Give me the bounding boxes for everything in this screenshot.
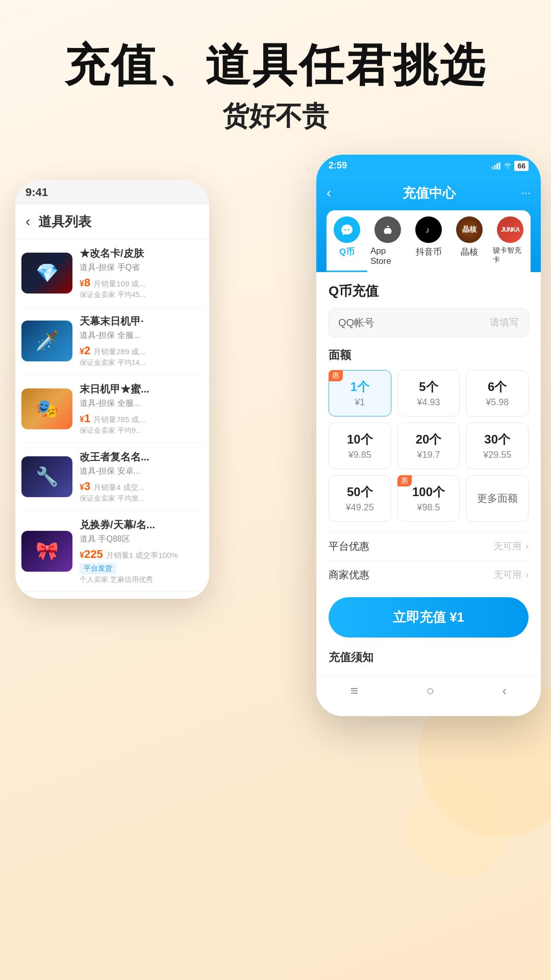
section-title: Q币充值 (329, 282, 529, 300)
app-content: Q币充值 QQ帐号 请填写 面额 惠 1个 ¥1 (316, 272, 541, 675)
denom-item-50[interactable]: 50个 ¥49.25 (329, 475, 391, 522)
main-subtitle: 货好不贵 (0, 99, 551, 134)
status-time: 2:59 (329, 160, 347, 171)
denom-price: ¥4.93 (403, 397, 455, 408)
denom-price: ¥5.98 (471, 397, 523, 408)
tab-appstore[interactable]: App Store (367, 210, 408, 272)
denom-count: 6个 (471, 379, 523, 395)
phone-left: 9:41 ‹ 道具列表 💎 ★改名卡/皮肤 道具-担保 手Q省 ¥8 月销量10… (15, 180, 209, 599)
denom-count: 100个 (403, 484, 455, 500)
app-container: ‹ 充值中心 ··· (316, 177, 541, 716)
junka-icon: JUNKA (497, 216, 523, 243)
status-bar: 2:59 66 (316, 155, 541, 177)
svg-rect-3 (499, 162, 500, 169)
left-phone-title: 道具列表 (38, 213, 91, 231)
nav-back-icon[interactable]: ‹ (503, 683, 507, 699)
qq-account-label: QQ帐号 (338, 316, 490, 330)
item-image: 🔧 (21, 456, 72, 497)
platform-discount-row[interactable]: 平台优惠 无可用 › (329, 532, 529, 560)
svg-point-6 (348, 229, 349, 230)
left-phone-status: 9:41 (15, 180, 209, 205)
denom-price: ¥29.55 (471, 450, 523, 460)
denom-item-100[interactable]: 惠 100个 ¥98.5 (397, 475, 460, 522)
svg-point-5 (345, 229, 346, 230)
tab-jinghe-label: 晶核 (461, 246, 478, 258)
denom-item-1[interactable]: 惠 1个 ¥1 (329, 370, 391, 416)
header-section: 充值、道具任君挑选 货好不贵 (0, 0, 551, 155)
platform-discount-value: 无可用 (494, 540, 521, 552)
qq-icon (334, 216, 360, 243)
denom-item-20[interactable]: 20个 ¥19.7 (397, 423, 460, 469)
tab-qbi[interactable]: Q币 (327, 210, 367, 272)
apple-icon (374, 216, 401, 243)
qq-account-placeholder: 请填写 (490, 316, 519, 329)
list-item[interactable]: 🎀 兑换券/天幕/名... 道具 手Q88区 ¥225 月销量1 成交率100%… (21, 511, 203, 592)
tab-junka-label: 骏卡智充卡 (493, 246, 528, 264)
denom-count: 10个 (334, 431, 386, 448)
denom-item-30[interactable]: 30个 ¥29.55 (466, 423, 529, 469)
tab-junka[interactable]: JUNKA 骏卡智充卡 (490, 210, 531, 272)
buy-button[interactable]: 立即充值 ¥1 (329, 597, 529, 638)
app-back-button[interactable]: ‹ (327, 185, 331, 201)
nav-home-icon[interactable]: ○ (426, 683, 434, 699)
item-image: 🎀 (21, 531, 72, 572)
svg-rect-0 (492, 166, 493, 169)
nav-menu-icon[interactable]: ≡ (350, 683, 358, 699)
svg-text:♪: ♪ (425, 226, 430, 234)
battery-indicator: 66 (514, 161, 529, 171)
tiktok-icon: ♪ (415, 216, 442, 243)
denom-price: ¥49.25 (334, 502, 386, 513)
chevron-right-icon: › (525, 570, 529, 580)
item-list: 💎 ★改名卡/皮肤 道具-担保 手Q省 ¥8 月销量109 成... 保证金卖家… (15, 239, 209, 592)
wifi-icon (503, 162, 512, 169)
list-item[interactable]: 💎 ★改名卡/皮肤 道具-担保 手Q省 ¥8 月销量109 成... 保证金卖家… (21, 239, 203, 307)
denom-count: 30个 (471, 431, 523, 448)
platform-discount-label: 平台优惠 (329, 540, 494, 553)
denomination-grid: 惠 1个 ¥1 5个 ¥4.93 6个 ¥5.98 (329, 370, 529, 522)
list-item[interactable]: 🎭 末日机甲★蜜... 道具-担保 全服... ¥1 月销量785 成... 保… (21, 375, 203, 443)
denom-count: 1个 (334, 379, 386, 395)
denom-count: 50个 (334, 484, 386, 500)
tab-appstore-label: App Store (370, 246, 405, 266)
bottom-nav: ≡ ○ ‹ (316, 675, 541, 708)
svg-rect-2 (496, 163, 498, 169)
jinghe-icon: 晶核 (456, 216, 483, 243)
app-header: ‹ 充值中心 ··· (316, 177, 541, 272)
back-arrow-left[interactable]: ‹ (26, 213, 30, 230)
discount-badge: 惠 (397, 475, 412, 486)
denom-count: 5个 (403, 379, 455, 395)
left-phone-header: ‹ 道具列表 (15, 205, 209, 239)
app-title: 充值中心 (337, 184, 521, 202)
notice-title: 充值须知 (329, 650, 529, 665)
item-image: 💎 (21, 253, 72, 293)
list-item[interactable]: 🔧 改王者复名名... 道具-担保 安卓... ¥3 月销量4 成交... 保证… (21, 443, 203, 511)
denom-item-5[interactable]: 5个 ¥4.93 (397, 370, 460, 416)
qq-account-input-row[interactable]: QQ帐号 请填写 (329, 308, 529, 337)
phone-right: 2:59 66 (316, 155, 541, 716)
phones-container: 9:41 ‹ 道具列表 💎 ★改名卡/皮肤 道具-担保 手Q省 ¥8 月销量10… (0, 155, 551, 859)
denom-item-more[interactable]: 更多面额 (466, 475, 529, 522)
list-item[interactable]: 🗡️ 天幕末日机甲· 道具-担保 全服... ¥2 月销量289 成... 保证… (21, 307, 203, 375)
denom-count: 20个 (403, 431, 455, 448)
app-more-button[interactable]: ··· (521, 186, 531, 200)
denom-item-10[interactable]: 10个 ¥9.85 (329, 423, 391, 469)
item-image: 🗡️ (21, 321, 72, 361)
denom-item-6[interactable]: 6个 ¥5.98 (466, 370, 529, 416)
tab-douyin-label: 抖音币 (416, 246, 442, 258)
denomination-title: 面额 (329, 348, 529, 363)
tab-qbi-label: Q币 (339, 246, 355, 258)
main-title: 充值、道具任君挑选 (0, 41, 551, 90)
item-image: 🎭 (21, 388, 72, 429)
merchant-discount-row[interactable]: 商家优惠 无可用 › (329, 560, 529, 589)
denom-price: ¥9.85 (334, 450, 386, 460)
denom-price: ¥19.7 (403, 450, 455, 460)
discount-badge: 惠 (329, 370, 343, 381)
more-label: 更多面额 (477, 492, 518, 505)
category-tabs: Q币 App Store (327, 210, 531, 272)
tab-douyin[interactable]: ♪ 抖音币 (408, 210, 449, 272)
signal-icon (492, 162, 501, 169)
merchant-discount-value: 无可用 (494, 569, 521, 581)
merchant-discount-label: 商家优惠 (329, 568, 494, 582)
svg-rect-1 (494, 165, 496, 169)
tab-jinghe[interactable]: 晶核 晶核 (449, 210, 490, 272)
